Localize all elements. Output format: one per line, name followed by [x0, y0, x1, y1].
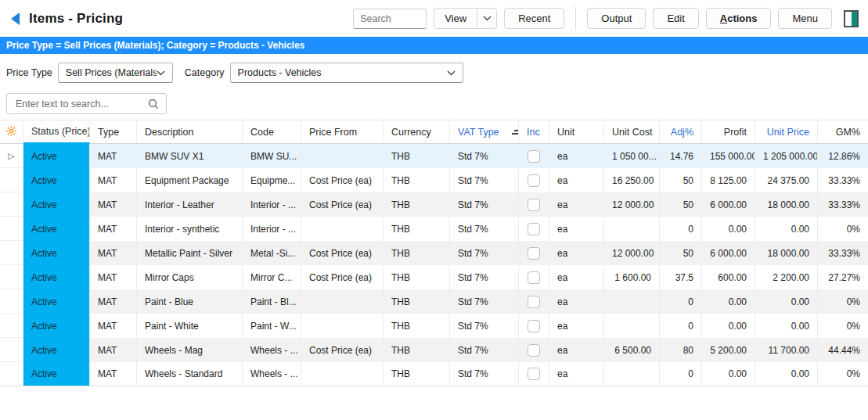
- focused-row-arrow[interactable]: ▷: [0, 144, 23, 168]
- cell-inc[interactable]: [519, 241, 549, 265]
- cell-description[interactable]: Interior - synthetic: [137, 217, 243, 241]
- cell-unit[interactable]: ea: [549, 192, 604, 217]
- cell-code[interactable]: Paint - W...: [243, 314, 301, 338]
- cell-unit_price[interactable]: 2 200.00: [755, 265, 818, 289]
- cell-price_from[interactable]: [301, 217, 384, 241]
- chevron-down-icon[interactable]: [477, 16, 496, 21]
- price-type-dropdown[interactable]: Sell Prices (Materials): [58, 63, 173, 83]
- cell-description[interactable]: Equipment Package: [137, 168, 243, 192]
- column-header-profit[interactable]: Profit: [702, 120, 755, 144]
- column-header-description[interactable]: Description: [137, 120, 243, 144]
- cell-gm[interactable]: 0%: [818, 314, 868, 338]
- cell-adj[interactable]: 80: [660, 338, 702, 362]
- table-row[interactable]: ActiveMATPaint - BluePaint - Bl...THBStd…: [0, 289, 868, 314]
- cell-profit[interactable]: 0.00: [702, 362, 755, 386]
- cell-currency[interactable]: THB: [384, 265, 450, 289]
- table-row[interactable]: ActiveMATWheels - StandardWheels - ...TH…: [0, 362, 868, 386]
- row-indicator-cell[interactable]: [0, 217, 23, 241]
- cell-adj[interactable]: 50: [660, 241, 702, 265]
- cell-inc[interactable]: [519, 168, 549, 192]
- cell-code[interactable]: BMW SU...: [243, 144, 301, 168]
- cell-inc[interactable]: [519, 338, 549, 362]
- row-indicator-cell[interactable]: [0, 362, 23, 386]
- table-row[interactable]: ActiveMATMetallic Paint - SilverMetal -S…: [0, 241, 868, 265]
- cell-status[interactable]: Active: [23, 241, 90, 265]
- cell-status[interactable]: Active: [23, 144, 90, 168]
- cell-currency[interactable]: THB: [384, 217, 450, 241]
- cell-status[interactable]: Active: [23, 168, 90, 192]
- cell-vat_type[interactable]: Std 7%: [450, 362, 519, 386]
- cell-price_from[interactable]: [301, 314, 384, 338]
- cell-unit_cost[interactable]: 6 500.00: [604, 338, 660, 362]
- cell-price_from[interactable]: Cost Price (ea): [301, 265, 384, 289]
- cell-inc[interactable]: [519, 144, 549, 168]
- cell-vat_type[interactable]: Std 7%: [450, 265, 519, 289]
- grid-search-box[interactable]: [6, 93, 167, 114]
- cell-vat_type[interactable]: Std 7%: [450, 289, 519, 314]
- cell-vat_type[interactable]: Std 7%: [450, 192, 519, 217]
- cell-price_from[interactable]: [301, 144, 384, 168]
- cell-price_from[interactable]: [301, 362, 384, 386]
- cell-type[interactable]: MAT: [90, 241, 137, 265]
- search-icon[interactable]: [148, 99, 159, 109]
- cell-type[interactable]: MAT: [90, 289, 137, 314]
- cell-gm[interactable]: 33.33%: [818, 168, 868, 192]
- column-header-code[interactable]: Code: [243, 120, 301, 144]
- table-row[interactable]: ActiveMATPaint - WhitePaint - W...THBStd…: [0, 314, 868, 338]
- cell-profit[interactable]: 0.00: [702, 314, 755, 338]
- cell-unit_cost[interactable]: 16 250.00: [604, 168, 660, 192]
- cell-adj[interactable]: 14.76: [660, 144, 702, 168]
- cell-unit_price[interactable]: 0.00: [755, 289, 818, 314]
- column-header-gm[interactable]: GM%: [818, 120, 868, 144]
- cell-unit_cost[interactable]: [604, 362, 660, 386]
- cell-profit[interactable]: 600.00: [702, 265, 755, 289]
- cell-code[interactable]: Equipme...: [243, 168, 301, 192]
- column-header-inc[interactable]: Inc: [519, 120, 549, 144]
- cell-status[interactable]: Active: [23, 265, 90, 289]
- cell-profit[interactable]: 8 125.00: [702, 168, 755, 192]
- cell-unit_cost[interactable]: 12 000.00: [604, 241, 660, 265]
- cell-unit_price[interactable]: 24 375.00: [755, 168, 818, 192]
- category-dropdown[interactable]: Products - Vehicles: [230, 63, 463, 83]
- cell-unit[interactable]: ea: [549, 168, 604, 192]
- cell-gm[interactable]: 0%: [818, 217, 868, 241]
- cell-adj[interactable]: 50: [660, 168, 702, 192]
- cell-inc[interactable]: [519, 265, 549, 289]
- table-row[interactable]: ActiveMATInterior - LeatherInterior - ..…: [0, 192, 868, 217]
- cell-unit_price[interactable]: 18 000.00: [755, 241, 818, 265]
- cell-unit_cost[interactable]: [604, 289, 660, 314]
- cell-status[interactable]: Active: [23, 192, 90, 217]
- cell-inc[interactable]: [519, 192, 549, 217]
- cell-code[interactable]: Paint - Bl...: [243, 289, 301, 314]
- cell-profit[interactable]: 0.00: [702, 217, 755, 241]
- cell-currency[interactable]: THB: [384, 338, 450, 362]
- cell-price_from[interactable]: Cost Price (ea): [301, 168, 384, 192]
- cell-adj[interactable]: 37.5: [660, 265, 702, 289]
- cell-unit_cost[interactable]: [604, 314, 660, 338]
- cell-unit_cost[interactable]: 1 050 00...: [604, 144, 660, 168]
- cell-currency[interactable]: THB: [384, 362, 450, 386]
- cell-unit_cost[interactable]: 12 000.00: [604, 192, 660, 217]
- cell-vat_type[interactable]: Std 7%: [450, 241, 519, 265]
- cell-type[interactable]: MAT: [90, 362, 137, 386]
- grid-search-input[interactable]: [14, 98, 148, 110]
- cell-adj[interactable]: 0: [660, 217, 702, 241]
- row-indicator-cell[interactable]: [0, 314, 23, 338]
- cell-type[interactable]: MAT: [90, 168, 137, 192]
- recent-button[interactable]: Recent: [504, 8, 564, 29]
- cell-gm[interactable]: 44.44%: [818, 338, 868, 362]
- cell-description[interactable]: Paint - White: [137, 314, 243, 338]
- new-row-sun-icon[interactable]: [0, 120, 23, 144]
- inc-checkbox[interactable]: [528, 199, 540, 211]
- cell-type[interactable]: MAT: [90, 192, 137, 217]
- cell-description[interactable]: BMW SUV X1: [137, 144, 243, 168]
- row-indicator-cell[interactable]: [0, 168, 23, 192]
- cell-inc[interactable]: [519, 362, 549, 386]
- cell-code[interactable]: Wheels - ...: [243, 338, 301, 362]
- cell-unit[interactable]: ea: [549, 289, 604, 314]
- cell-unit_price[interactable]: 0.00: [755, 217, 818, 241]
- cell-unit[interactable]: ea: [549, 241, 604, 265]
- table-row[interactable]: ▷ActiveMATBMW SUV X1BMW SU...THBStd 7%ea…: [0, 144, 868, 168]
- row-indicator-cell[interactable]: [0, 192, 23, 217]
- cell-status[interactable]: Active: [23, 314, 90, 338]
